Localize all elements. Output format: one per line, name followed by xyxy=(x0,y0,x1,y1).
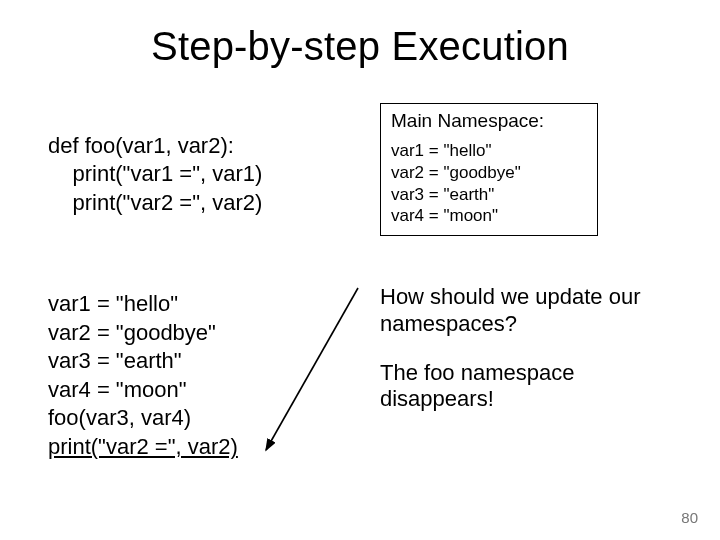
page-number: 80 xyxy=(681,509,698,526)
code-line: print("var1 =", var1) xyxy=(48,161,262,186)
namespace-line: var4 = "moon" xyxy=(391,205,587,227)
right-column: Main Namespace: var1 = "hello" var2 = "g… xyxy=(374,103,672,462)
namespace-title: Main Namespace: xyxy=(391,110,587,132)
code-line: foo(var3, var4) xyxy=(48,405,191,430)
answer-text: The foo namespace disappears! xyxy=(380,360,672,414)
slide: Step-by-step Execution def foo(var1, var… xyxy=(0,0,720,540)
code-block-foo-def: def foo(var1, var2): print("var1 =", var… xyxy=(48,103,358,217)
text-line: How should we update our xyxy=(380,284,641,309)
code-line-current: print("var2 =", var2) xyxy=(48,434,238,459)
code-line: var2 = "goodbye" xyxy=(48,320,216,345)
content-columns: def foo(var1, var2): print("var1 =", var… xyxy=(48,103,672,462)
code-block-main: var1 = "hello" var2 = "goodbye" var3 = "… xyxy=(48,261,358,461)
namespace-line: var2 = "goodbye" xyxy=(391,162,587,184)
namespace-line: var3 = "earth" xyxy=(391,184,587,206)
question-text: How should we update our namespaces? xyxy=(380,284,672,338)
code-line: var4 = "moon" xyxy=(48,377,187,402)
code-line: def foo(var1, var2): xyxy=(48,133,234,158)
text-line: namespaces? xyxy=(380,311,517,336)
namespace-line: var1 = "hello" xyxy=(391,140,587,162)
code-line: var3 = "earth" xyxy=(48,348,182,373)
code-line: print("var2 =", var2) xyxy=(48,190,262,215)
code-line: var1 = "hello" xyxy=(48,291,178,316)
slide-title: Step-by-step Execution xyxy=(48,24,672,69)
namespace-box-main: Main Namespace: var1 = "hello" var2 = "g… xyxy=(380,103,598,236)
left-column: def foo(var1, var2): print("var1 =", var… xyxy=(48,103,358,462)
